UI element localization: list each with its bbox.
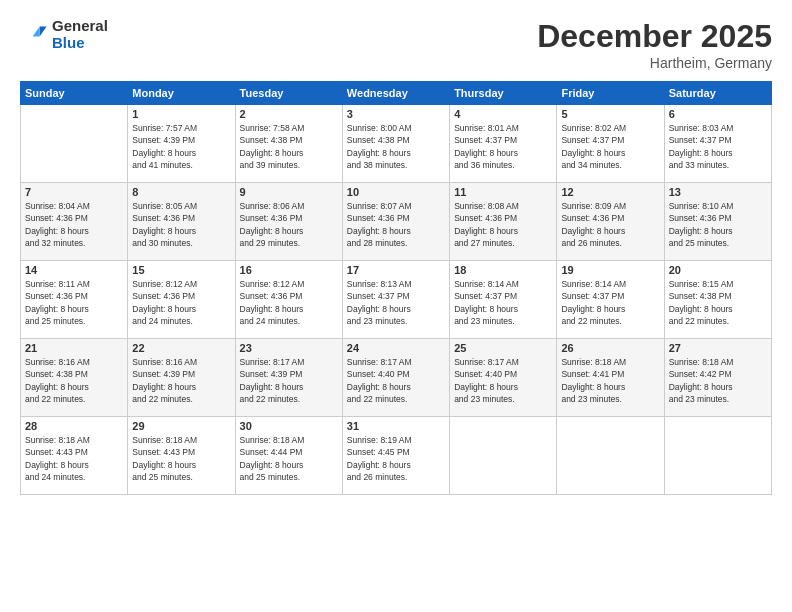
calendar-header: SundayMondayTuesdayWednesdayThursdayFrid… [21,82,772,105]
day-info: Sunrise: 8:12 AM Sunset: 4:36 PM Dayligh… [240,278,338,327]
day-info: Sunrise: 8:07 AM Sunset: 4:36 PM Dayligh… [347,200,445,249]
day-number: 29 [132,420,230,432]
calendar-page: General Blue December 2025 Hartheim, Ger… [0,0,792,612]
day-number: 28 [25,420,123,432]
day-number: 3 [347,108,445,120]
day-cell: 29Sunrise: 8:18 AM Sunset: 4:43 PM Dayli… [128,417,235,495]
day-cell: 22Sunrise: 8:16 AM Sunset: 4:39 PM Dayli… [128,339,235,417]
day-info: Sunrise: 8:17 AM Sunset: 4:40 PM Dayligh… [347,356,445,405]
day-number: 25 [454,342,552,354]
logo-icon [20,21,48,49]
day-number: 14 [25,264,123,276]
day-number: 6 [669,108,767,120]
day-number: 26 [561,342,659,354]
day-info: Sunrise: 8:05 AM Sunset: 4:36 PM Dayligh… [132,200,230,249]
day-info: Sunrise: 8:08 AM Sunset: 4:36 PM Dayligh… [454,200,552,249]
day-cell: 28Sunrise: 8:18 AM Sunset: 4:43 PM Dayli… [21,417,128,495]
col-header-wednesday: Wednesday [342,82,449,105]
day-cell: 4Sunrise: 8:01 AM Sunset: 4:37 PM Daylig… [450,105,557,183]
day-number: 8 [132,186,230,198]
day-info: Sunrise: 8:16 AM Sunset: 4:38 PM Dayligh… [25,356,123,405]
day-cell: 20Sunrise: 8:15 AM Sunset: 4:38 PM Dayli… [664,261,771,339]
svg-marker-0 [40,26,47,36]
day-number: 10 [347,186,445,198]
day-number: 19 [561,264,659,276]
col-header-sunday: Sunday [21,82,128,105]
header: General Blue December 2025 Hartheim, Ger… [20,18,772,71]
day-number: 7 [25,186,123,198]
day-cell [664,417,771,495]
day-cell: 25Sunrise: 8:17 AM Sunset: 4:40 PM Dayli… [450,339,557,417]
day-info: Sunrise: 7:58 AM Sunset: 4:38 PM Dayligh… [240,122,338,171]
col-header-saturday: Saturday [664,82,771,105]
day-number: 22 [132,342,230,354]
day-info: Sunrise: 8:14 AM Sunset: 4:37 PM Dayligh… [454,278,552,327]
day-cell: 6Sunrise: 8:03 AM Sunset: 4:37 PM Daylig… [664,105,771,183]
day-info: Sunrise: 8:12 AM Sunset: 4:36 PM Dayligh… [132,278,230,327]
day-cell: 8Sunrise: 8:05 AM Sunset: 4:36 PM Daylig… [128,183,235,261]
day-cell: 9Sunrise: 8:06 AM Sunset: 4:36 PM Daylig… [235,183,342,261]
week-row-3: 14Sunrise: 8:11 AM Sunset: 4:36 PM Dayli… [21,261,772,339]
location: Hartheim, Germany [537,55,772,71]
day-number: 11 [454,186,552,198]
day-cell: 23Sunrise: 8:17 AM Sunset: 4:39 PM Dayli… [235,339,342,417]
day-info: Sunrise: 8:01 AM Sunset: 4:37 PM Dayligh… [454,122,552,171]
day-cell: 16Sunrise: 8:12 AM Sunset: 4:36 PM Dayli… [235,261,342,339]
month-title: December 2025 [537,18,772,55]
day-cell: 14Sunrise: 8:11 AM Sunset: 4:36 PM Dayli… [21,261,128,339]
day-info: Sunrise: 8:15 AM Sunset: 4:38 PM Dayligh… [669,278,767,327]
day-info: Sunrise: 8:18 AM Sunset: 4:41 PM Dayligh… [561,356,659,405]
calendar-table: SundayMondayTuesdayWednesdayThursdayFrid… [20,81,772,495]
day-cell [557,417,664,495]
day-cell: 31Sunrise: 8:19 AM Sunset: 4:45 PM Dayli… [342,417,449,495]
day-info: Sunrise: 8:19 AM Sunset: 4:45 PM Dayligh… [347,434,445,483]
day-cell: 7Sunrise: 8:04 AM Sunset: 4:36 PM Daylig… [21,183,128,261]
day-cell: 3Sunrise: 8:00 AM Sunset: 4:38 PM Daylig… [342,105,449,183]
day-info: Sunrise: 8:18 AM Sunset: 4:44 PM Dayligh… [240,434,338,483]
day-info: Sunrise: 8:03 AM Sunset: 4:37 PM Dayligh… [669,122,767,171]
day-number: 12 [561,186,659,198]
day-info: Sunrise: 8:00 AM Sunset: 4:38 PM Dayligh… [347,122,445,171]
day-info: Sunrise: 8:09 AM Sunset: 4:36 PM Dayligh… [561,200,659,249]
col-header-thursday: Thursday [450,82,557,105]
day-number: 13 [669,186,767,198]
day-cell: 15Sunrise: 8:12 AM Sunset: 4:36 PM Dayli… [128,261,235,339]
calendar-body: 1Sunrise: 7:57 AM Sunset: 4:39 PM Daylig… [21,105,772,495]
svg-marker-1 [33,26,40,36]
day-number: 9 [240,186,338,198]
header-row: SundayMondayTuesdayWednesdayThursdayFrid… [21,82,772,105]
day-number: 5 [561,108,659,120]
day-cell: 17Sunrise: 8:13 AM Sunset: 4:37 PM Dayli… [342,261,449,339]
day-number: 2 [240,108,338,120]
day-number: 23 [240,342,338,354]
day-cell [450,417,557,495]
day-cell: 10Sunrise: 8:07 AM Sunset: 4:36 PM Dayli… [342,183,449,261]
day-info: Sunrise: 8:13 AM Sunset: 4:37 PM Dayligh… [347,278,445,327]
day-info: Sunrise: 8:04 AM Sunset: 4:36 PM Dayligh… [25,200,123,249]
day-info: Sunrise: 8:18 AM Sunset: 4:42 PM Dayligh… [669,356,767,405]
day-cell: 27Sunrise: 8:18 AM Sunset: 4:42 PM Dayli… [664,339,771,417]
day-info: Sunrise: 8:17 AM Sunset: 4:40 PM Dayligh… [454,356,552,405]
day-cell: 2Sunrise: 7:58 AM Sunset: 4:38 PM Daylig… [235,105,342,183]
day-number: 4 [454,108,552,120]
day-number: 17 [347,264,445,276]
day-info: Sunrise: 7:57 AM Sunset: 4:39 PM Dayligh… [132,122,230,171]
day-info: Sunrise: 8:14 AM Sunset: 4:37 PM Dayligh… [561,278,659,327]
day-info: Sunrise: 8:18 AM Sunset: 4:43 PM Dayligh… [25,434,123,483]
day-info: Sunrise: 8:11 AM Sunset: 4:36 PM Dayligh… [25,278,123,327]
col-header-tuesday: Tuesday [235,82,342,105]
logo-text: General Blue [52,18,108,51]
day-cell: 12Sunrise: 8:09 AM Sunset: 4:36 PM Dayli… [557,183,664,261]
col-header-monday: Monday [128,82,235,105]
day-number: 16 [240,264,338,276]
day-cell [21,105,128,183]
title-block: December 2025 Hartheim, Germany [537,18,772,71]
day-cell: 13Sunrise: 8:10 AM Sunset: 4:36 PM Dayli… [664,183,771,261]
day-info: Sunrise: 8:06 AM Sunset: 4:36 PM Dayligh… [240,200,338,249]
day-cell: 19Sunrise: 8:14 AM Sunset: 4:37 PM Dayli… [557,261,664,339]
day-cell: 24Sunrise: 8:17 AM Sunset: 4:40 PM Dayli… [342,339,449,417]
logo-general: General [52,18,108,35]
col-header-friday: Friday [557,82,664,105]
day-info: Sunrise: 8:18 AM Sunset: 4:43 PM Dayligh… [132,434,230,483]
day-number: 20 [669,264,767,276]
